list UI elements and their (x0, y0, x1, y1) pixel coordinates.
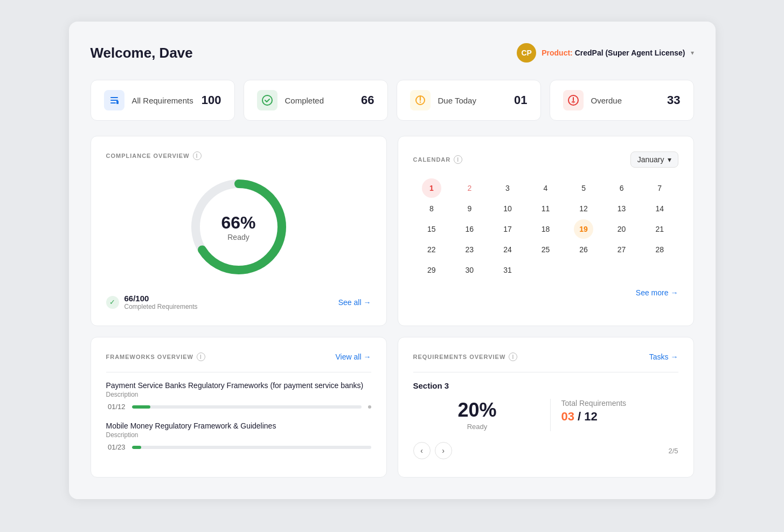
tasks-link[interactable]: Tasks → (649, 353, 678, 361)
page-indicator: 2/5 (668, 447, 678, 455)
calendar-day-11[interactable]: 11 (536, 199, 555, 218)
calendar-title: CALENDAR i (413, 155, 463, 164)
svg-point-7 (573, 102, 574, 103)
progress-bar-1 (132, 405, 362, 409)
stat-card-all[interactable]: All Requirements 100 (91, 80, 235, 121)
req-total-value: 03 / 12 (561, 410, 678, 424)
calendar-grid: 1 2 3 4 5 6 7 8 9 10 11 12 13 14 15 16 1… (413, 178, 678, 280)
arrow-right-icon: → (671, 288, 678, 297)
calendar-day-21[interactable]: 21 (650, 219, 669, 239)
calendar-day-12[interactable]: 12 (574, 199, 593, 218)
calendar-day-14[interactable]: 14 (650, 199, 669, 218)
calendar-day-18[interactable]: 18 (536, 219, 555, 239)
product-selector[interactable]: CP Product: CredPal (Super Agent License… (517, 43, 693, 63)
next-arrow[interactable]: › (435, 442, 452, 459)
dashboard: Welcome, Dave CP Product: CredPal (Super… (69, 22, 716, 499)
compliance-completed-text: 66/100 (124, 294, 198, 303)
req-nav: ‹ › 2/5 (413, 442, 678, 459)
framework-ratio-2: 01/23 (106, 443, 126, 451)
svg-rect-2 (110, 102, 116, 103)
calendar-day-30[interactable]: 30 (460, 260, 479, 280)
chevron-down-icon: ▾ (668, 155, 671, 164)
arrow-right-icon: → (671, 353, 678, 361)
divider (413, 372, 678, 372)
see-more-link[interactable]: See more → (413, 288, 678, 297)
calendar-day-20[interactable]: 20 (612, 219, 632, 239)
calendar-info-icon[interactable]: i (454, 155, 462, 164)
calendar-day-9[interactable]: 9 (460, 199, 479, 218)
see-all-link[interactable]: See all → (338, 298, 371, 307)
req-total-label: Total Requirements (561, 399, 678, 407)
svg-rect-1 (110, 100, 118, 101)
stat-card-due-today[interactable]: Due Today 01 (397, 80, 541, 121)
all-requirements-label: All Requirements (132, 96, 193, 105)
calendar-day-1[interactable]: 1 (422, 178, 441, 198)
calendar-day-16[interactable]: 16 (460, 219, 479, 239)
calendar-day-3[interactable]: 3 (498, 178, 517, 198)
due-today-label: Due Today (438, 96, 476, 105)
calendar-day-24[interactable]: 24 (498, 240, 517, 259)
frameworks-title: FRAMEWORKS OVERVIEW i (106, 353, 205, 361)
progress-bar-2 (132, 446, 371, 449)
req-total-box: Total Requirements 03 / 12 (550, 399, 678, 431)
donut-percent: 66% (221, 213, 255, 233)
req-stats-grid: 20% Ready Total Requirements 03 / 12 (413, 399, 678, 431)
overdue-icon (563, 90, 584, 110)
view-all-link[interactable]: View all → (336, 353, 371, 361)
calendar-day-17[interactable]: 17 (498, 219, 517, 239)
main-content: COMPLIANCE OVERVIEW i 66% Ready (91, 136, 694, 326)
calendar-day-2[interactable]: 2 (460, 178, 479, 198)
nav-arrows: ‹ › (413, 442, 452, 459)
calendar-day-5[interactable]: 5 (574, 178, 593, 198)
framework-desc-2: Description (106, 431, 371, 439)
calendar-day-22[interactable]: 22 (422, 240, 441, 259)
requirements-title: REQUIREMENTS OVERVIEW i (413, 353, 518, 361)
calendar-day-31[interactable]: 31 (498, 260, 517, 280)
calendar-day-8[interactable]: 8 (422, 199, 441, 218)
svg-point-4 (262, 95, 272, 105)
product-avatar: CP (517, 43, 536, 63)
calendar-day-19[interactable]: 19 (574, 219, 593, 239)
req-highlight: 03 (561, 410, 574, 423)
framework-item-1: Payment Service Banks Regulatory Framewo… (106, 381, 371, 411)
calendar-day-7[interactable]: 7 (650, 178, 669, 198)
frameworks-info-icon[interactable]: i (197, 353, 205, 361)
calendar-day-10[interactable]: 10 (498, 199, 517, 218)
requirements-card: REQUIREMENTS OVERVIEW i Tasks → Section … (398, 337, 694, 478)
calendar-day-29[interactable]: 29 (422, 260, 441, 280)
progress-fill-2 (132, 446, 142, 449)
compliance-overview-card: COMPLIANCE OVERVIEW i 66% Ready (91, 136, 387, 326)
calendar-day-15[interactable]: 15 (422, 219, 441, 239)
bottom-content: FRAMEWORKS OVERVIEW i View all → Payment… (91, 337, 694, 478)
framework-ratio-1: 01/12 (106, 403, 126, 411)
req-section-name: Section 3 (413, 381, 678, 390)
calendar-day-4[interactable]: 4 (536, 178, 555, 198)
calendar-day-23[interactable]: 23 (460, 240, 479, 259)
calendar-day-28[interactable]: 28 (650, 240, 669, 259)
overdue-label: Overdue (591, 96, 622, 105)
due-today-icon (410, 90, 431, 110)
frameworks-card: FRAMEWORKS OVERVIEW i View all → Payment… (91, 337, 387, 478)
calendar-header: CALENDAR i January ▾ (413, 151, 678, 168)
calendar-day-25[interactable]: 25 (536, 240, 555, 259)
month-selector[interactable]: January ▾ (630, 151, 678, 168)
prev-arrow[interactable]: ‹ (413, 442, 431, 459)
stat-card-completed[interactable]: Completed 66 (244, 80, 388, 121)
compliance-completed-sub: Completed Requirements (124, 303, 198, 310)
calendar-day-26[interactable]: 26 (574, 240, 593, 259)
stat-card-overdue[interactable]: Overdue 33 (550, 80, 694, 121)
calendar-day-13[interactable]: 13 (612, 199, 632, 218)
calendar-card: CALENDAR i January ▾ 1 2 3 4 5 6 7 8 9 (398, 136, 694, 326)
calendar-day-6[interactable]: 6 (612, 178, 632, 198)
requirements-info-icon[interactable]: i (509, 353, 517, 361)
calendar-day-27[interactable]: 27 (612, 240, 632, 259)
frameworks-header: FRAMEWORKS OVERVIEW i View all → (106, 353, 371, 361)
completed-label: Completed (285, 96, 324, 105)
divider (106, 372, 371, 372)
due-today-value: 01 (514, 93, 527, 107)
progress-fill-1 (132, 405, 150, 409)
completed-value: 66 (361, 93, 374, 107)
chevron-down-icon: ▾ (691, 49, 694, 57)
compliance-info-icon[interactable]: i (193, 151, 202, 160)
framework-desc-1: Description (106, 391, 371, 398)
